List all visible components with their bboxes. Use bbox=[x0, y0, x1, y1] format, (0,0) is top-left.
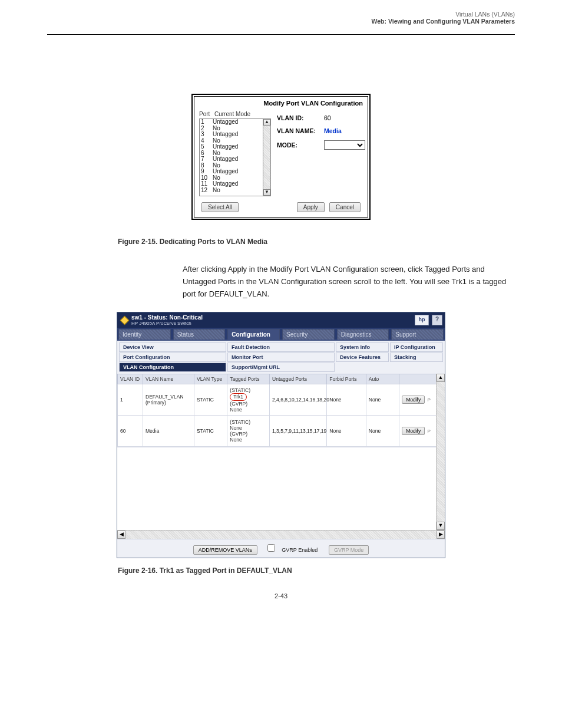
cell-tagged: (STATIC) Trk1 (GVRP) None bbox=[227, 384, 270, 416]
cancel-button[interactable]: Cancel bbox=[329, 202, 361, 212]
port-list[interactable]: 1Untagged 2No 3Untagged 4No 5Untagged 6N… bbox=[199, 118, 271, 196]
scroll-down-icon[interactable]: ▼ bbox=[437, 522, 445, 530]
body-paragraph: After clicking Apply in the Modify Port … bbox=[183, 263, 515, 300]
window-subtitle: HP J4905A ProCurve Switch bbox=[131, 321, 415, 326]
subtab-vlan-configuration[interactable]: VLAN Configuration bbox=[119, 363, 226, 372]
scrollbar[interactable]: ▲ ▼ bbox=[263, 119, 270, 196]
apply-button[interactable]: Apply bbox=[297, 202, 325, 212]
scroll-down-icon[interactable]: ▼ bbox=[263, 189, 270, 196]
grid-empty-area bbox=[117, 447, 445, 530]
p-indicator: P bbox=[427, 397, 432, 403]
tab-configuration[interactable]: Configuration bbox=[227, 329, 280, 340]
subtab-system-info[interactable]: System Info bbox=[336, 342, 389, 352]
col-vlan-type[interactable]: VLAN Type bbox=[194, 374, 227, 384]
port-col-header: Port bbox=[199, 111, 214, 117]
subtab-device-features[interactable]: Device Features bbox=[336, 353, 389, 362]
table-row[interactable]: 60 Media STATIC (STATIC) None (GVRP) Non… bbox=[118, 416, 445, 447]
list-item[interactable]: 5Untagged bbox=[200, 144, 270, 150]
select-all-button[interactable]: Select All bbox=[201, 202, 239, 212]
col-auto[interactable]: Auto bbox=[366, 374, 399, 384]
p-indicator: P bbox=[427, 429, 432, 434]
subtab-stacking[interactable]: Stacking bbox=[390, 353, 443, 362]
list-item[interactable]: 12No bbox=[200, 187, 270, 194]
cell-vlan-id: 1 bbox=[118, 384, 143, 416]
list-item[interactable]: 9Untagged bbox=[200, 169, 270, 175]
horizontal-scrollbar[interactable]: ◀ ▶ bbox=[117, 530, 445, 539]
switch-management-window: sw1 - Status: Non-Critical HP J4905A Pro… bbox=[117, 312, 445, 558]
cell-vlan-name: Media bbox=[143, 416, 194, 447]
modify-button[interactable]: Modify bbox=[402, 396, 425, 404]
cell-forbid: None bbox=[327, 416, 366, 447]
vlan-table: VLAN ID VLAN Name VLAN Type Tagged Ports… bbox=[117, 374, 445, 447]
modify-port-vlan-dialog: Modify Port VLAN Configuration Port Curr… bbox=[191, 94, 371, 220]
cell-auto: None bbox=[366, 384, 399, 416]
gvrp-mode-button[interactable]: GVRP Mode bbox=[329, 545, 369, 555]
hp-logo-icon: hp bbox=[415, 315, 429, 325]
col-vlan-name[interactable]: VLAN Name bbox=[143, 374, 194, 384]
cell-untagged: 2,4,6,8,10,12,14,16,18,20 bbox=[270, 384, 327, 416]
tab-identity[interactable]: Identity bbox=[118, 329, 171, 340]
col-forbid-ports[interactable]: Forbid Ports bbox=[327, 374, 366, 384]
subtab-monitor-port[interactable]: Monitor Port bbox=[227, 353, 335, 362]
list-item[interactable]: 1Untagged bbox=[200, 119, 270, 126]
list-item[interactable]: 11Untagged bbox=[200, 181, 270, 187]
cell-vlan-name: DEFAULT_VLAN (Primary) bbox=[143, 384, 194, 416]
tab-support[interactable]: Support bbox=[391, 329, 444, 340]
dialog-title: Modify Port VLAN Configuration bbox=[194, 97, 368, 108]
tab-status[interactable]: Status bbox=[173, 329, 226, 340]
col-vlan-id[interactable]: VLAN ID bbox=[118, 374, 143, 384]
titlebar: sw1 - Status: Non-Critical HP J4905A Pro… bbox=[117, 312, 445, 328]
page-number: 2-43 bbox=[0, 592, 562, 623]
mode-col-header: Current Mode bbox=[214, 111, 271, 117]
cell-forbid: None bbox=[327, 384, 366, 416]
subtab-ip-configuration[interactable]: IP Configuration bbox=[390, 342, 443, 352]
tab-security[interactable]: Security bbox=[282, 329, 335, 340]
add-remove-vlans-button[interactable]: ADD/REMOVE VLANs bbox=[193, 545, 257, 555]
cell-tagged: (STATIC) None (GVRP) None bbox=[227, 416, 270, 447]
figure-caption-2: Figure 2-16. Trk1 as Tagged Port in DEFA… bbox=[118, 566, 515, 575]
cell-vlan-id: 60 bbox=[118, 416, 143, 447]
mode-select[interactable] bbox=[324, 140, 365, 150]
subtab-support-mgmt-url[interactable]: Support/Mgmt URL bbox=[227, 363, 335, 372]
vlan-grid-wrap: VLAN ID VLAN Name VLAN Type Tagged Ports… bbox=[117, 374, 445, 530]
app-footer: ADD/REMOVE VLANs GVRP Enabled GVRP Mode bbox=[117, 539, 445, 558]
main-tab-row: Identity Status Configuration Security D… bbox=[117, 328, 445, 340]
scroll-right-icon[interactable]: ▶ bbox=[437, 531, 445, 539]
subtab-device-view[interactable]: Device View bbox=[119, 342, 226, 352]
header-rule bbox=[47, 34, 515, 35]
vertical-scrollbar[interactable]: ▲ ▼ bbox=[436, 374, 445, 530]
gvrp-enabled-label: GVRP Enabled bbox=[282, 547, 318, 553]
header-line-2: Web: Viewing and Configuring VLAN Parame… bbox=[372, 18, 515, 25]
tab-diagnostics[interactable]: Diagnostics bbox=[337, 329, 389, 340]
vlan-name-value: Media bbox=[324, 127, 342, 134]
scroll-up-icon[interactable]: ▲ bbox=[263, 119, 270, 126]
scroll-left-icon[interactable]: ◀ bbox=[117, 531, 125, 539]
cell-untagged: 1,3,5,7,9,11,13,15,17,19 bbox=[270, 416, 327, 447]
col-untagged-ports[interactable]: Untagged Ports bbox=[270, 374, 327, 384]
vlan-id-value: 60 bbox=[324, 114, 331, 121]
subtab-fault-detection[interactable]: Fault Detection bbox=[227, 342, 335, 352]
list-item[interactable]: 3Untagged bbox=[200, 131, 270, 138]
cell-vlan-type: STATIC bbox=[194, 416, 227, 447]
page-header: Virtual LANs (VLANs) Web: Viewing and Co… bbox=[372, 11, 515, 25]
header-line-1: Virtual LANs (VLANs) bbox=[372, 11, 515, 18]
trk1-highlight: Trk1 bbox=[230, 393, 247, 401]
modify-button[interactable]: Modify bbox=[402, 427, 425, 435]
figure-caption-1: Figure 2-15. Dedicating Ports to VLAN Me… bbox=[118, 238, 515, 246]
list-item[interactable]: 7Untagged bbox=[200, 156, 270, 163]
col-tagged-ports[interactable]: Tagged Ports bbox=[227, 374, 270, 384]
scroll-up-icon[interactable]: ▲ bbox=[437, 374, 445, 382]
help-button[interactable]: ? bbox=[432, 315, 442, 325]
status-diamond-icon bbox=[120, 316, 130, 325]
window-title: sw1 - Status: Non-Critical bbox=[131, 314, 415, 321]
vlan-name-label: VLAN NAME: bbox=[277, 127, 324, 134]
mode-label: MODE: bbox=[277, 141, 324, 149]
subtab-port-configuration[interactable]: Port Configuration bbox=[119, 353, 226, 362]
gvrp-enabled-checkbox[interactable] bbox=[267, 544, 275, 552]
table-row[interactable]: 1 DEFAULT_VLAN (Primary) STATIC (STATIC)… bbox=[118, 384, 445, 416]
cell-auto: None bbox=[366, 416, 399, 447]
cell-vlan-type: STATIC bbox=[194, 384, 227, 416]
sub-tab-area: Device View Port Configuration VLAN Conf… bbox=[117, 340, 445, 374]
vlan-id-label: VLAN ID: bbox=[277, 114, 324, 121]
